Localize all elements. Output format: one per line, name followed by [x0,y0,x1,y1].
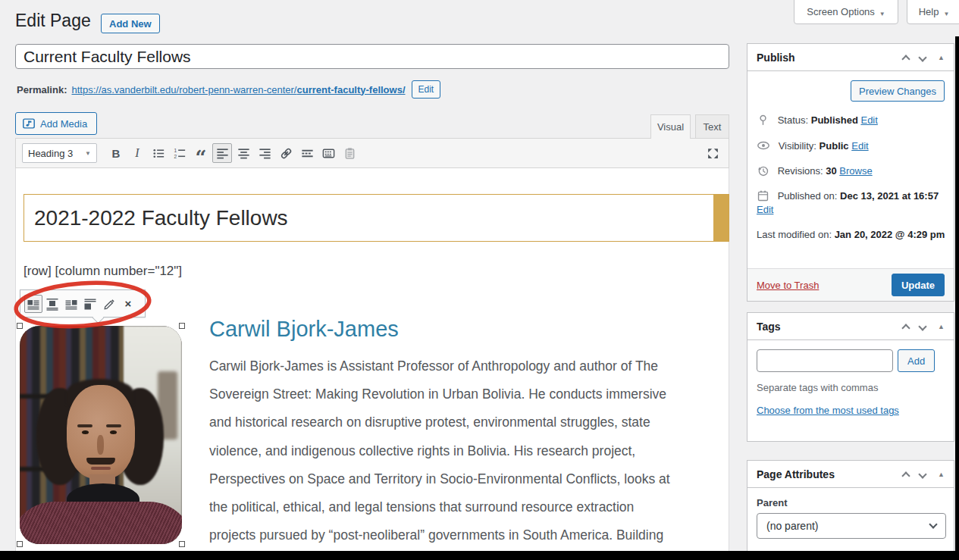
status-row: Status: Published Edit [757,114,945,127]
svg-text:1: 1 [174,147,177,152]
tags-panel: Tags ▲ Add Separate tags with commas Cho… [747,312,954,442]
editor-content-area[interactable]: 2021-2022 Faculty Fellows [row] [column … [15,168,729,552]
page-attributes-panel: Page Attributes ▲ Parent (no parent) Tem… [747,460,954,560]
profile-heading: Carwil Bjork-James [209,317,399,342]
pin-icon [757,114,769,127]
media-icon [22,117,36,130]
screen-options-button[interactable]: Screen Options ▼ [794,0,898,24]
toolbar-toggle-button[interactable] [318,143,338,163]
update-button[interactable]: Update [892,274,945,296]
chevron-down-icon [929,520,937,528]
publish-panel-header[interactable]: Publish ▲ [747,44,954,71]
wordpress-edit-page-screen: Screen Options ▼ Help ▼ Edit Page Add Ne… [0,0,959,560]
revisions-clock-icon [757,164,769,177]
move-panel-up-icon[interactable] [901,324,910,332]
image-resize-handle[interactable] [17,323,23,329]
move-panel-down-icon[interactable] [918,53,926,61]
page-attributes-title: Page Attributes [757,468,903,480]
chevron-down-icon: ▼ [85,150,91,157]
move-panel-down-icon[interactable] [918,470,926,478]
revisions-browse-link[interactable]: Browse [839,165,872,177]
read-more-button[interactable] [297,143,317,163]
image-align-none-button[interactable] [81,295,99,313]
bottom-black-bar [0,551,959,560]
revisions-row: Revisions: 30 Browse [757,164,945,178]
blockquote-button[interactable]: “ [191,143,211,163]
paste-button[interactable] [340,143,359,163]
align-center-button[interactable] [233,143,253,163]
tags-panel-header[interactable]: Tags ▲ [747,313,954,340]
permalink-link[interactable]: https://as.vanderbilt.edu/robert-penn-wa… [71,84,405,95]
profile-photo[interactable] [20,326,182,544]
svg-text:2: 2 [174,153,177,158]
move-panel-up-icon[interactable] [901,55,910,63]
image-remove-button[interactable]: × [119,295,137,313]
tab-text[interactable]: Text [695,114,729,139]
format-select[interactable]: Heading 3 ▼ [22,143,97,163]
help-label: Help [919,6,939,17]
permalink-row: Permalink: https://as.vanderbilt.edu/rob… [17,80,440,99]
image-align-center-button[interactable] [43,295,61,313]
status-edit-link[interactable]: Edit [860,114,877,126]
eye-icon [757,139,770,152]
image-edit-button[interactable] [100,295,118,313]
visibility-row: Visibility: Public Edit [757,139,945,153]
preview-changes-button[interactable]: Preview Changes [851,80,945,102]
bold-button[interactable]: B [106,143,126,163]
move-panel-up-icon[interactable] [901,471,910,480]
gold-heading-banner: 2021-2022 Faculty Fellows [24,194,729,242]
collapse-panel-icon[interactable]: ▲ [938,54,945,61]
banner-heading: 2021-2022 Faculty Fellows [34,206,288,230]
image-resize-handle[interactable] [17,541,23,547]
page-attributes-header[interactable]: Page Attributes ▲ [747,461,954,488]
profile-bio-text: Carwil Bjork-James is Assistant Professo… [209,352,670,560]
align-left-button[interactable] [212,143,232,163]
add-media-label: Add Media [40,118,87,130]
page-title: Edit Page [15,11,91,31]
add-new-button[interactable]: Add New [101,14,160,33]
visibility-edit-link[interactable]: Edit [851,140,868,152]
image-align-left-button[interactable] [24,295,42,313]
tags-hint: Separate tags with commas [757,382,945,393]
publish-actions: Move to Trash Update [747,268,954,301]
parent-select[interactable]: (no parent) [757,513,946,539]
move-to-trash-link[interactable]: Move to Trash [757,280,819,291]
image-toolbar: × [20,289,146,318]
choose-tags-link[interactable]: Choose from the most used tags [757,405,899,416]
align-right-button[interactable] [255,143,274,163]
link-button[interactable] [276,143,296,163]
post-title-input[interactable] [15,44,729,69]
bullet-list-button[interactable] [149,143,168,163]
chevron-down-icon: ▼ [943,11,949,17]
permalink-edit-button[interactable]: Edit [412,80,441,99]
published-on-row: Published on: Dec 13, 2021 at 16:57 Edit [757,189,945,217]
permalink-label: Permalink: [17,84,67,95]
face [67,385,135,479]
screen-options-label: Screen Options [807,6,875,17]
shortcode-text: [row] [column number="12"] [24,264,182,279]
tags-panel-title: Tags [757,321,903,333]
right-black-bar [955,36,959,560]
publish-panel: Publish ▲ Preview Changes Status: Publis… [747,43,954,302]
parent-label: Parent [757,497,945,508]
editor-toolbar: Heading 3 ▼ B I 12 “ [15,138,729,168]
collapse-panel-icon[interactable]: ▲ [938,471,945,478]
image-align-right-button[interactable] [62,295,80,313]
italic-button[interactable]: I [127,143,147,163]
calendar-icon [757,189,769,202]
tags-input[interactable] [757,349,893,372]
fullscreen-button[interactable] [703,143,722,163]
add-media-button[interactable]: Add Media [15,112,97,135]
add-tag-button[interactable]: Add [898,349,935,372]
last-modified-row: Last modified on: Jan 20, 2022 @ 4:29 pm [757,228,948,242]
help-button[interactable]: Help ▼ [907,0,959,24]
publish-panel-title: Publish [757,52,903,64]
tab-visual[interactable]: Visual [650,114,691,139]
image-resize-handle[interactable] [179,323,185,329]
move-panel-down-icon[interactable] [918,322,926,330]
chevron-down-icon: ▼ [879,11,885,17]
image-resize-handle[interactable] [179,541,185,547]
published-edit-link[interactable]: Edit [757,204,773,215]
numbered-list-button[interactable]: 12 [170,143,190,163]
collapse-panel-icon[interactable]: ▲ [938,323,945,330]
